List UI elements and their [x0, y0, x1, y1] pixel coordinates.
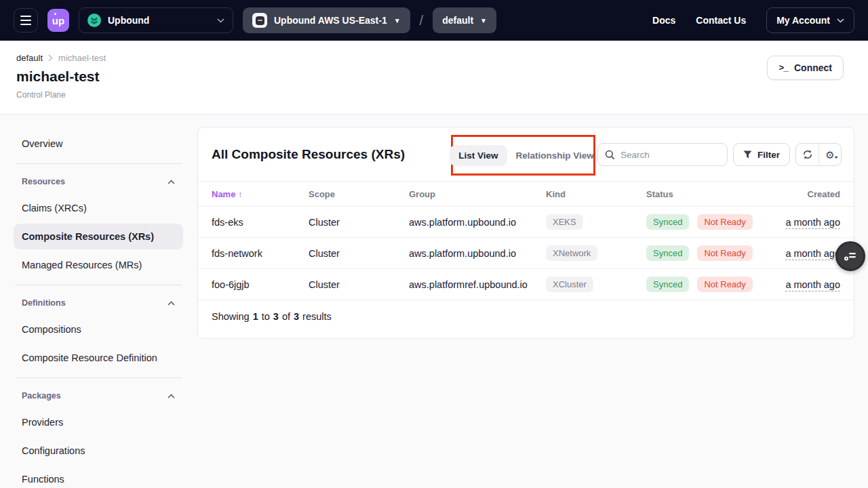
- sidebar-item-configurations[interactable]: Configurations: [14, 438, 183, 464]
- cell-name[interactable]: foo-6jgjb: [212, 279, 309, 290]
- cell-status: Synced Not Ready: [646, 245, 773, 261]
- chevron-up-icon: [167, 301, 175, 306]
- table-row[interactable]: fds-network Cluster aws.platform.upbound…: [198, 238, 854, 269]
- column-header-name[interactable]: Name ↑: [212, 189, 309, 199]
- cell-status: Synced Not Ready: [646, 277, 773, 292]
- cell-group: aws.platformref.upbound.io: [409, 279, 546, 290]
- my-account-menu[interactable]: My Account: [766, 7, 854, 33]
- annotation-highlight-box: List View Relationship View: [451, 135, 595, 176]
- cell-scope: Cluster: [309, 217, 409, 228]
- search-icon: [605, 150, 615, 160]
- group-switcher[interactable]: default ▼: [433, 7, 496, 33]
- hamburger-menu-button[interactable]: [14, 8, 38, 33]
- sidebar-section-definitions[interactable]: Definitions: [14, 292, 183, 314]
- upbound-logo[interactable]: up: [47, 9, 69, 32]
- path-separator: /: [420, 13, 424, 28]
- synced-badge: Synced: [646, 245, 689, 261]
- sidebar-item-overview[interactable]: Overview: [14, 131, 183, 157]
- breadcrumb-chevron-icon: [48, 54, 53, 62]
- sidebar-item-functions[interactable]: Functions: [14, 466, 183, 488]
- sidebar-item-composite-resource-definition[interactable]: Composite Resource Definition: [14, 345, 183, 371]
- docs-link[interactable]: Docs: [652, 15, 675, 26]
- connect-label: Connect: [794, 62, 832, 73]
- chevron-up-icon: [167, 180, 175, 184]
- cell-kind: XNetwork: [546, 245, 646, 261]
- sidebar-section-resources[interactable]: Resources: [14, 171, 183, 192]
- refresh-button[interactable]: [796, 144, 818, 165]
- sidebar-item-providers[interactable]: Providers: [14, 409, 183, 435]
- column-header-kind[interactable]: Kind: [546, 189, 646, 199]
- breadcrumb-root[interactable]: default: [16, 53, 43, 63]
- list-view-tab[interactable]: List View: [450, 145, 507, 166]
- sidebar-item-composite-resources[interactable]: Composite Resources (XRs): [14, 224, 183, 249]
- kind-badge: XCluster: [546, 277, 593, 292]
- hamburger-icon: [20, 16, 31, 17]
- cell-name[interactable]: fds-network: [212, 248, 309, 259]
- chevron-down-icon: [837, 18, 844, 23]
- results-total: 3: [294, 311, 299, 322]
- table-row[interactable]: fds-eks Cluster aws.platform.upbound.io …: [198, 207, 854, 238]
- chevron-up-icon: [167, 394, 175, 399]
- cell-created: a month ago: [773, 248, 840, 259]
- sidebar-item-claims[interactable]: Claims (XRCs): [14, 195, 183, 221]
- table-header-row: Name ↑ Scope Group Kind Status Created: [198, 181, 854, 207]
- page-title: michael-test: [16, 68, 846, 85]
- sidebar-divider: [15, 285, 182, 285]
- terminal-icon: >_: [778, 63, 788, 73]
- cell-scope: Cluster: [309, 279, 409, 290]
- dropdown-triangle-icon: ▼: [480, 17, 487, 24]
- created-tooltip-text[interactable]: a month ago: [785, 248, 840, 260]
- created-tooltip-text[interactable]: a month ago: [785, 279, 840, 291]
- control-plane-icon: [252, 13, 267, 28]
- cell-group: aws.platform.upbound.io: [409, 248, 546, 259]
- relationship-view-tab[interactable]: Relationship View: [510, 145, 597, 166]
- survey-list-icon: [844, 250, 857, 262]
- sidebar-item-managed-resources[interactable]: Managed Resources (MRs): [14, 252, 183, 278]
- cell-kind: XCluster: [546, 277, 646, 292]
- refresh-icon: [802, 149, 813, 160]
- column-header-group[interactable]: Group: [409, 189, 546, 199]
- dropdown-triangle-icon: ▼: [394, 17, 401, 24]
- column-header-scope[interactable]: Scope: [309, 189, 409, 199]
- contact-us-link[interactable]: Contact Us: [696, 15, 746, 26]
- cell-created: a month ago: [773, 279, 840, 290]
- column-header-status[interactable]: Status: [646, 189, 773, 199]
- results-to: 3: [273, 311, 279, 322]
- breadcrumb-leaf: michael-test: [58, 53, 106, 63]
- breadcrumb: default michael-test: [16, 53, 846, 63]
- sidebar: Overview Resources Claims (XRCs) Composi…: [14, 127, 183, 488]
- control-plane-label: Upbound AWS US-East-1: [274, 15, 387, 26]
- filter-funnel-icon: [743, 150, 752, 159]
- feedback-widget-button[interactable]: [835, 241, 865, 271]
- cell-kind: XEKS: [546, 214, 646, 230]
- filter-button[interactable]: Filter: [733, 143, 790, 166]
- filter-label: Filter: [757, 150, 780, 160]
- synced-badge: Synced: [646, 277, 689, 292]
- sidebar-section-packages[interactable]: Packages: [14, 385, 183, 407]
- org-switcher-label: Upbound: [108, 15, 149, 26]
- org-avatar-icon: [87, 14, 101, 27]
- auto-refresh-settings-button[interactable]: ⚙: [818, 144, 841, 165]
- results-summary: Showing 1 to 3 of 3 results: [198, 300, 854, 332]
- panel-title: All Composite Resources (XRs): [212, 147, 405, 162]
- kind-badge: XEKS: [546, 214, 583, 230]
- not-ready-badge: Not Ready: [697, 277, 752, 292]
- kind-badge: XNetwork: [546, 245, 597, 261]
- not-ready-badge: Not Ready: [697, 214, 752, 230]
- column-header-created[interactable]: Created: [773, 189, 840, 199]
- search-input[interactable]: [620, 150, 715, 160]
- cell-created: a month ago: [773, 217, 840, 228]
- synced-badge: Synced: [646, 214, 689, 230]
- sidebar-divider: [15, 378, 182, 378]
- sidebar-divider: [15, 163, 182, 164]
- created-tooltip-text[interactable]: a month ago: [785, 217, 840, 229]
- search-box: [597, 143, 728, 166]
- control-plane-switcher[interactable]: Upbound AWS US-East-1 ▼: [243, 7, 410, 33]
- cell-name[interactable]: fds-eks: [212, 217, 309, 228]
- cell-group: aws.platform.upbound.io: [409, 217, 546, 228]
- connect-button[interactable]: >_ Connect: [767, 56, 844, 80]
- organization-switcher[interactable]: Upbound: [79, 7, 233, 33]
- table-row[interactable]: foo-6jgjb Cluster aws.platformref.upboun…: [198, 269, 854, 300]
- page-subtitle: Control Plane: [16, 90, 846, 100]
- sidebar-item-compositions[interactable]: Compositions: [14, 317, 183, 342]
